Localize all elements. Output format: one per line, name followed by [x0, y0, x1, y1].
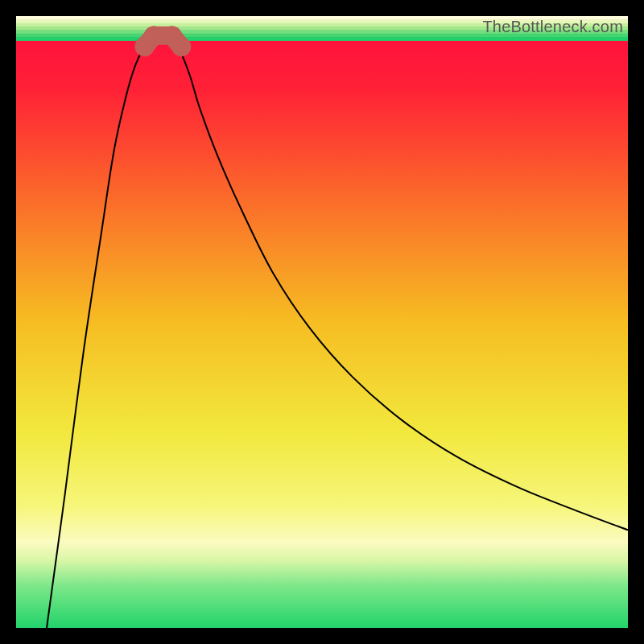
valley-marker-1	[144, 26, 163, 45]
chart-plot-area: TheBottleneck.com	[16, 16, 628, 628]
chart-frame: TheBottleneck.com	[0, 0, 644, 644]
valley-marker-3	[171, 37, 191, 56]
chart-svg	[16, 16, 628, 628]
chart-background-gradient	[16, 16, 628, 628]
watermark-text: TheBottleneck.com	[482, 18, 623, 36]
svg-rect-6	[16, 37, 628, 41]
